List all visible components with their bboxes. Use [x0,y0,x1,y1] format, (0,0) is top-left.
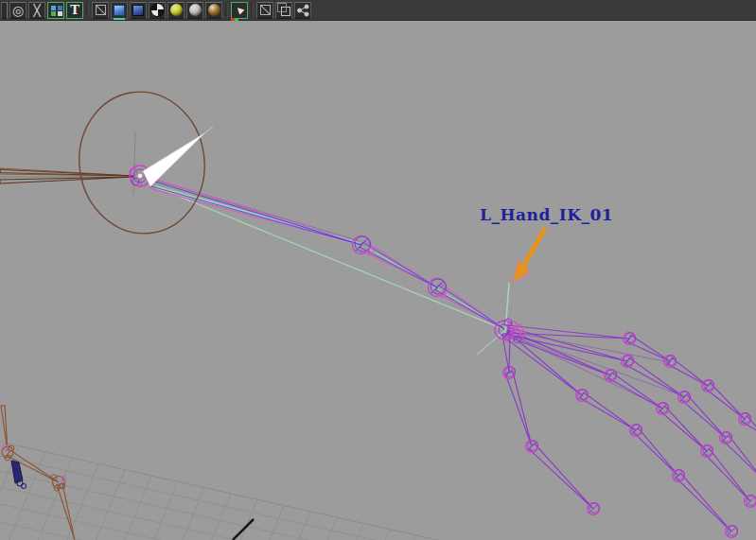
toolbar-separator [251,3,254,17]
two-sided-lighting-icon[interactable] [205,2,222,19]
safe-title-icon[interactable]: T [66,2,83,19]
safe-action-icon[interactable]: ╳ [28,2,45,19]
gate-mask-icon[interactable] [47,2,64,19]
clavicle-bone [0,168,134,176]
highlight-selection-icon[interactable]: ◀ [231,2,248,19]
joint-ring [22,484,26,489]
all-lights-icon[interactable] [167,2,185,19]
toolbar-separator [225,3,228,17]
panel-toolbar: ◎╳T◀ [0,0,756,21]
annotation-arrow [512,230,544,284]
clipped-icon[interactable] [1,2,8,19]
ground-grid [0,442,445,540]
grid-axis-line [233,519,254,540]
smooth-shade-icon[interactable] [111,2,128,19]
textured-display-icon[interactable] [130,2,147,19]
skeleton-group [0,127,756,540]
index-finger-chain [508,325,756,434]
xray-joints-icon[interactable] [275,2,292,19]
ik-handle-label: L_Hand_IK_01 [480,205,613,224]
viewport-3d[interactable] [0,0,756,540]
use-default-material-icon[interactable] [149,2,166,19]
pinky-finger-chain [504,332,738,537]
wireframe-display-icon[interactable] [92,2,109,19]
skeleton-scene [0,0,756,540]
leg-shin-bone [57,483,75,540]
no-lights-icon[interactable] [186,2,203,19]
toolbar-separator [86,3,89,17]
maya-window: L_Hand_IK_01 ◎╳T◀ [0,0,756,540]
pelvis-bone-navy [11,461,23,483]
isolate-select-icon[interactable] [294,2,311,19]
shoulder-control-circle[interactable] [70,84,214,242]
shoulder-orientation-cone [143,133,204,186]
clavicle-bone-2 [0,177,134,183]
upper-arm-chain [149,179,504,329]
xray-display-icon[interactable] [256,2,273,19]
joint-ring [132,178,139,185]
snap-projected-center-icon[interactable]: ◎ [9,2,26,19]
